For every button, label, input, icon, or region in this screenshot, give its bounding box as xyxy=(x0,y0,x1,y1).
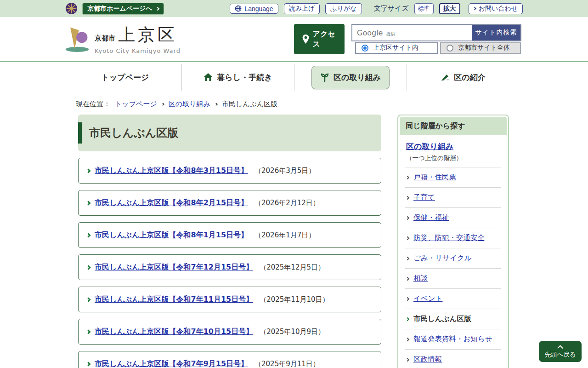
article-date: （2025年9月11日） xyxy=(254,360,320,368)
nav-top-page[interactable]: トップページ xyxy=(93,66,158,89)
radio-unselected-icon xyxy=(447,45,453,52)
read-aloud-button[interactable]: 読み上げ xyxy=(284,3,320,14)
page-title: 市民しんぶん区版 xyxy=(89,126,178,140)
utility-bar: 京都市ホームページへ Language 読み上げ ふりがな 文字サイズ 標準 拡… xyxy=(0,0,588,17)
breadcrumb-current-page: 市民しんぶん区版 xyxy=(222,100,277,109)
sidebar-item-link[interactable]: 報道発表資料・お知らせ xyxy=(413,334,492,344)
nav-ward-introduction-label: 区の紹介 xyxy=(454,72,485,83)
sidebar-item-link[interactable]: 保健・福祉 xyxy=(413,213,449,223)
article-link[interactable]: 市民しんぶん上京区版【令和8年1月15日号】 xyxy=(95,230,248,240)
logo-ward-text: 上京区 xyxy=(118,23,177,46)
article-link[interactable]: 市民しんぶん上京区版【令和7年10月15日号】 xyxy=(95,327,253,337)
sidebar-item-link[interactable]: ごみ・リサイクル xyxy=(413,253,472,263)
chevron-right-icon xyxy=(406,357,409,361)
sidebar-item-link[interactable]: 防災、防犯・交通安全 xyxy=(413,233,485,243)
chevron-right-icon xyxy=(161,103,164,106)
sidebar-item-houdou: 報道発表資料・お知らせ xyxy=(405,329,501,349)
contact-button[interactable]: お問い合わせ xyxy=(469,3,523,14)
article-row: 市民しんぶん上京区版【令和7年12月15日号】 （2025年12月5日） xyxy=(78,254,381,280)
chevron-right-icon xyxy=(86,201,91,205)
sidebar-item-link[interactable]: イベント xyxy=(413,294,442,304)
ward-logo[interactable]: 京都市 上京区 Kyoto City Kamigyo Ward xyxy=(64,23,181,54)
nav-ward-initiatives-label: 区の取り組み xyxy=(334,72,381,83)
search-scope-city-radio[interactable]: 京都市サイト全体 xyxy=(440,42,521,54)
font-size-large-button[interactable]: 拡大 xyxy=(439,3,460,14)
language-button[interactable]: Language xyxy=(230,4,278,14)
map-pin-icon xyxy=(302,34,310,44)
article-date: （2026年2月12日） xyxy=(254,199,320,207)
nav-top-page-label: トップページ xyxy=(102,72,149,83)
pen-icon xyxy=(441,73,450,82)
chevron-right-icon xyxy=(406,317,409,321)
search-scope-ward-radio[interactable]: 上京区サイト内 xyxy=(355,42,438,54)
article-link[interactable]: 市民しんぶん上京区版【令和8年2月15日号】 xyxy=(95,198,248,208)
sidebar-parent-link[interactable]: 区の取り組み xyxy=(406,142,453,151)
kyoto-city-emblem-icon xyxy=(65,2,78,15)
article-link[interactable]: 市民しんぶん上京区版【令和8年3月15日号】 xyxy=(95,166,248,176)
site-header: 京都市 上京区 Kyoto City Kamigyo Ward アクセス Goo… xyxy=(0,17,588,62)
search-input[interactable]: Google 提供 xyxy=(352,25,472,40)
article-row: 市民しんぶん上京区版【令和8年1月15日号】 （2026年1月7日） xyxy=(78,222,381,248)
chevron-right-icon xyxy=(473,7,476,10)
chevron-up-icon xyxy=(557,345,563,351)
site-search-button[interactable]: サイト内検索 xyxy=(472,25,520,40)
google-branding: Google xyxy=(357,29,383,37)
sidebar-title: 同じ階層から探す xyxy=(400,117,507,135)
furigana-button[interactable]: ふりがな xyxy=(325,3,362,14)
nav-living-procedures-label: 暮らし・手続き xyxy=(217,72,272,83)
chevron-right-icon xyxy=(86,362,91,366)
access-button[interactable]: アクセス xyxy=(294,24,345,54)
sidebar-item-koseki: 戸籍・住民票 xyxy=(405,167,501,187)
article-link[interactable]: 市民しんぶん上京区版【令和7年12月15日号】 xyxy=(95,263,253,272)
chevron-right-icon xyxy=(406,297,409,300)
chevron-right-icon xyxy=(406,256,409,260)
article-row: 市民しんぶん上京区版【令和8年3月15日号】 （2026年3月5日） xyxy=(78,158,381,184)
article-date: （2026年1月7日） xyxy=(254,231,315,240)
search-scope-city-label: 京都市サイト全体 xyxy=(458,44,510,52)
sidebar-item-link[interactable]: 相談 xyxy=(413,274,428,283)
kyoto-city-home-link[interactable]: 京都市ホームページへ xyxy=(82,3,164,15)
logo-ward-english: Kyoto City Kamigyo Ward xyxy=(95,47,181,54)
sprout-icon xyxy=(320,73,329,82)
globe-icon xyxy=(235,5,242,12)
chevron-right-icon xyxy=(86,329,91,334)
logo-city-text: 京都市 xyxy=(95,34,115,43)
font-size-standard-button[interactable]: 標準 xyxy=(414,3,434,14)
home-icon xyxy=(204,73,213,82)
site-search-button-label: サイト内検索 xyxy=(475,29,517,36)
sidebar-item-kusei: 区政情報 xyxy=(405,349,501,368)
nav-ward-introduction[interactable]: 区の紹介 xyxy=(432,66,493,89)
sidebar-item-bousai: 防災、防犯・交通安全 xyxy=(405,228,501,248)
breadcrumb-ward-initiatives[interactable]: 区の取り組み xyxy=(169,100,210,109)
article-date: （2025年10月9日） xyxy=(260,328,325,336)
nav-ward-initiatives[interactable]: 区の取り組み xyxy=(311,66,390,89)
contact-label: お問い合わせ xyxy=(479,5,518,13)
main-content: 市民しんぶん区版 市民しんぶん上京区版【令和8年3月15日号】 （2026年3月… xyxy=(78,115,381,368)
sidebar-item-gomi: ごみ・リサイクル xyxy=(405,248,501,268)
site-search: Google 提供 サイト内検索 上京区サイト内 京都市サイト全体 xyxy=(351,24,521,54)
sidebar-item-hoken: 保健・福祉 xyxy=(405,207,501,228)
main-navigation: トップページ 暮らし・手続き 区の取り組み 区の紹介 xyxy=(69,64,519,91)
kyoto-city-home-label: 京都市ホームページへ xyxy=(87,5,153,13)
sidebar-item-link[interactable]: 戸籍・住民票 xyxy=(413,172,456,182)
sidebar-item-event: イベント xyxy=(405,288,501,309)
access-label: アクセス xyxy=(313,29,337,49)
article-row: 市民しんぶん上京区版【令和7年10月15日号】 （2025年10月9日） xyxy=(78,319,381,345)
sidebar-item-link[interactable]: 子育て xyxy=(413,193,435,202)
ward-logo-icon xyxy=(64,26,90,52)
furigana-label: ふりがな xyxy=(330,5,356,13)
chevron-right-icon xyxy=(215,103,218,106)
nav-living-procedures[interactable]: 暮らし・手続き xyxy=(195,66,280,89)
page-title-box: 市民しんぶん区版 xyxy=(78,115,381,151)
google-branding-note: 提供 xyxy=(386,31,395,37)
back-to-top-label: 先頭へ戻る xyxy=(544,351,576,359)
breadcrumb-top-page[interactable]: トップページ xyxy=(115,100,157,109)
sidebar-item-link[interactable]: 区政情報 xyxy=(413,355,442,364)
radio-selected-icon xyxy=(362,45,368,52)
font-size-large-label: 拡大 xyxy=(443,5,456,12)
chevron-right-icon xyxy=(406,216,409,219)
back-to-top-button[interactable]: 先頭へ戻る xyxy=(539,341,582,362)
article-link[interactable]: 市民しんぶん上京区版【令和7年9月15日号】 xyxy=(95,359,248,368)
article-link[interactable]: 市民しんぶん上京区版【令和7年11月15日号】 xyxy=(95,295,253,305)
sidebar-item-soudan: 相談 xyxy=(405,268,501,288)
